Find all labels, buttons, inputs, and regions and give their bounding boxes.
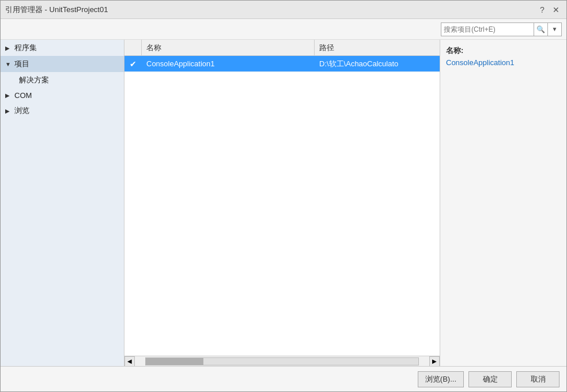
search-box: 🔍 ▼ bbox=[441, 22, 562, 36]
scrollbar-track[interactable] bbox=[145, 357, 419, 365]
solution-label: 解决方案 bbox=[19, 75, 49, 85]
search-dropdown-button[interactable]: ▼ bbox=[547, 22, 561, 36]
cancel-button[interactable]: 取消 bbox=[516, 371, 560, 387]
table-header: 名称 路径 bbox=[124, 40, 440, 56]
scrollbar-thumb[interactable] bbox=[146, 358, 203, 365]
sidebar: ▶ 程序集 ▼ 项目 解决方案 ▶ COM ▶ 浏览 bbox=[1, 40, 124, 366]
help-button[interactable]: ? bbox=[536, 4, 548, 16]
com-label: COM bbox=[14, 91, 32, 100]
row-name: ConsoleApplication1 bbox=[142, 59, 315, 68]
ok-button[interactable]: 确定 bbox=[468, 371, 512, 387]
row-path: D:\软工\AchaoCalculato bbox=[315, 59, 440, 69]
row-checkbox[interactable]: ✔ bbox=[124, 59, 142, 69]
assemblies-label: 程序集 bbox=[14, 43, 37, 53]
scroll-right-button[interactable]: ▶ bbox=[429, 356, 440, 367]
col-path-header: 路径 bbox=[315, 40, 440, 55]
search-input[interactable] bbox=[441, 23, 534, 36]
table-row[interactable]: ✔ ConsoleApplication1 D:\软工\AchaoCalcula… bbox=[124, 56, 440, 72]
search-button[interactable]: 🔍 bbox=[534, 22, 547, 36]
detail-name-label: 名称: bbox=[446, 46, 561, 56]
col-check-header bbox=[124, 40, 142, 55]
toolbar: 🔍 ▼ bbox=[1, 19, 566, 40]
detail-name-value: ConsoleApplication1 bbox=[446, 58, 561, 67]
projects-label: 项目 bbox=[14, 59, 29, 69]
assemblies-arrow-icon: ▶ bbox=[5, 45, 14, 51]
main-window: 引用管理器 - UnitTestProject01 ? ✕ 🔍 ▼ ▶ 程序集 … bbox=[0, 0, 567, 392]
browse-label: 浏览 bbox=[14, 105, 29, 116]
main-content: ▶ 程序集 ▼ 项目 解决方案 ▶ COM ▶ 浏览 bbox=[1, 40, 566, 366]
browse-button[interactable]: 浏览(B)... bbox=[418, 371, 464, 387]
sidebar-item-browse[interactable]: ▶ 浏览 bbox=[1, 103, 124, 119]
sidebar-item-projects[interactable]: ▼ 项目 bbox=[1, 56, 124, 72]
sidebar-item-assemblies[interactable]: ▶ 程序集 bbox=[1, 40, 124, 56]
footer: 浏览(B)... 确定 取消 bbox=[1, 366, 566, 391]
title-controls: ? ✕ bbox=[536, 4, 562, 16]
col-name-header: 名称 bbox=[142, 40, 315, 55]
browse-arrow-icon: ▶ bbox=[5, 108, 14, 114]
title-bar: 引用管理器 - UnitTestProject01 ? ✕ bbox=[1, 1, 566, 19]
com-arrow-icon: ▶ bbox=[5, 92, 14, 99]
window-title: 引用管理器 - UnitTestProject01 bbox=[5, 5, 108, 15]
scroll-left-button[interactable]: ◀ bbox=[124, 356, 135, 367]
right-panel: 名称: ConsoleApplication1 bbox=[440, 40, 566, 366]
horizontal-scrollbar: ◀ ▶ bbox=[124, 356, 440, 366]
close-button[interactable]: ✕ bbox=[550, 4, 562, 16]
table-body: ✔ ConsoleApplication1 D:\软工\AchaoCalcula… bbox=[124, 56, 440, 356]
sidebar-item-com[interactable]: ▶ COM bbox=[1, 88, 124, 103]
sidebar-item-solution[interactable]: 解决方案 bbox=[1, 72, 124, 88]
projects-arrow-icon: ▼ bbox=[5, 61, 14, 67]
center-panel: 名称 路径 ✔ ConsoleApplication1 D:\软工\AchaoC… bbox=[124, 40, 440, 366]
